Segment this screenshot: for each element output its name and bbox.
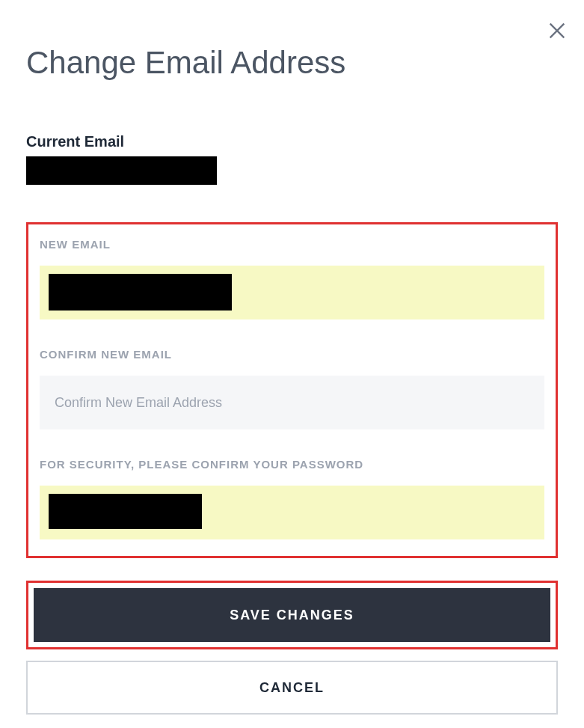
new-email-input-wrapper[interactable] <box>40 266 544 319</box>
save-button-highlight-box: SAVE CHANGES <box>26 581 558 649</box>
current-email-label: Current Email <box>26 133 558 150</box>
new-email-group: NEW EMAIL <box>40 238 544 319</box>
new-email-label: NEW EMAIL <box>40 238 544 251</box>
current-email-section: Current Email <box>26 133 558 185</box>
confirm-email-label: CONFIRM NEW EMAIL <box>40 348 544 361</box>
page-title: Change Email Address <box>26 45 558 81</box>
password-group: FOR SECURITY, PLEASE CONFIRM YOUR PASSWO… <box>40 458 544 539</box>
password-label: FOR SECURITY, PLEASE CONFIRM YOUR PASSWO… <box>40 458 544 471</box>
cancel-button[interactable]: CANCEL <box>26 661 558 715</box>
close-icon[interactable] <box>545 19 569 43</box>
form-highlight-box: NEW EMAIL CONFIRM NEW EMAIL FOR SECURITY… <box>26 222 558 558</box>
confirm-email-input[interactable] <box>40 376 544 429</box>
password-input-wrapper[interactable] <box>40 486 544 539</box>
current-email-value <box>26 156 217 185</box>
save-button[interactable]: SAVE CHANGES <box>34 588 550 642</box>
password-redacted <box>49 494 202 529</box>
new-email-redacted <box>49 274 232 311</box>
confirm-email-group: CONFIRM NEW EMAIL <box>40 348 544 429</box>
